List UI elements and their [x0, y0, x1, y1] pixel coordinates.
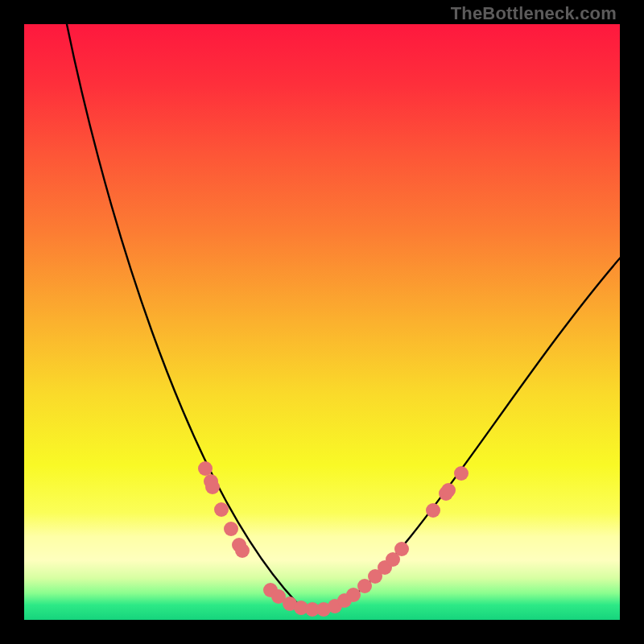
- scatter-dot: [214, 502, 229, 517]
- scatter-dot: [205, 480, 220, 494]
- scatter-dot: [224, 522, 238, 536]
- watermark-text: TheBottleneck.com: [451, 3, 617, 24]
- chart-svg: [24, 24, 620, 620]
- scatter-dot: [426, 503, 440, 518]
- scatter-dot: [441, 483, 456, 497]
- chart-frame: TheBottleneck.com: [0, 0, 644, 644]
- plot-area: [24, 24, 620, 620]
- scatter-dots: [198, 461, 469, 617]
- scatter-dot: [454, 466, 469, 481]
- scatter-dot: [346, 588, 361, 602]
- scatter-dot: [235, 543, 250, 558]
- bottleneck-curve: [60, 24, 620, 610]
- scatter-dot: [394, 542, 409, 556]
- scatter-dot: [198, 461, 213, 476]
